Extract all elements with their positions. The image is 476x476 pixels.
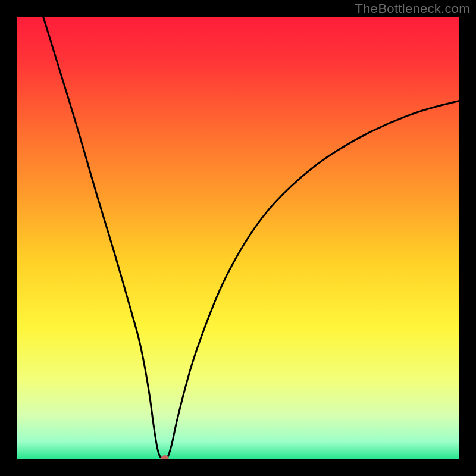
- plot-area: [17, 17, 459, 459]
- optimum-marker: [161, 455, 169, 459]
- watermark-text: TheBottleneck.com: [355, 1, 470, 17]
- bottleneck-curve: [43, 17, 459, 459]
- chart-frame: TheBottleneck.com: [0, 0, 476, 476]
- curve-layer: [17, 17, 459, 459]
